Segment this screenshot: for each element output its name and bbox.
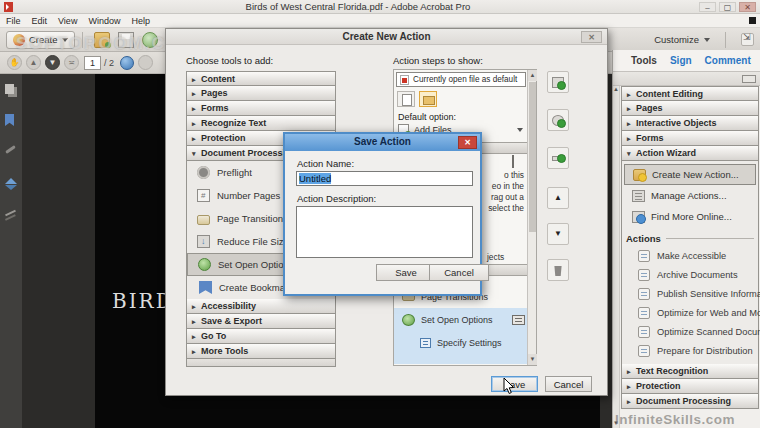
step-settings-icon[interactable] (512, 155, 514, 168)
group-recognize-text[interactable]: ▸Recognize Text (186, 116, 336, 131)
group-document-processing[interactable]: ▸Document Processing (621, 394, 759, 409)
action-optimize-web-mobile[interactable]: Optimize for Web and Mobile (622, 303, 758, 322)
action-publish-sensitive[interactable]: Publish Sensitive Information (622, 284, 758, 303)
titlebar: Birds of West Central Florida.pdf - Adob… (0, 0, 760, 14)
layers-icon[interactable] (5, 178, 17, 184)
bookmarks-icon[interactable] (5, 114, 14, 126)
set-open-options-icon (402, 314, 415, 326)
add-panel-button[interactable] (547, 71, 569, 93)
menu-file[interactable]: File (6, 16, 21, 26)
action-optimize-scanned[interactable]: Optimize Scanned Docume... (622, 322, 758, 341)
step-set-open-options[interactable]: Set Open Options (394, 310, 529, 330)
page-view-icon[interactable]: ≍ (64, 55, 79, 70)
signatures-icon[interactable] (5, 210, 16, 216)
find-more-online-item[interactable]: Find More Online... (624, 206, 756, 227)
group-accessibility[interactable]: ▸Accessibility (186, 299, 336, 314)
step-settings-icon[interactable] (512, 315, 525, 325)
pan-tool-icon[interactable]: ✋ (7, 55, 22, 70)
pane-options-icon[interactable] (742, 75, 756, 83)
save-button[interactable]: Save (376, 264, 436, 281)
tab-tools[interactable]: Tools (631, 55, 657, 66)
fullscreen-toggle-icon[interactable] (741, 33, 754, 46)
group-interactive-objects[interactable]: ▸Interactive Objects (621, 116, 759, 131)
create-bookmarks-icon (199, 281, 212, 294)
pane-scrollbar[interactable]: ▲ ▼ (613, 86, 620, 428)
menu-window[interactable]: Window (88, 16, 120, 26)
chevron-down-icon (517, 128, 523, 132)
task-pane: Tools Sign Comment ▲ ▼ ▸Content Editing … (612, 50, 760, 428)
action-icon (638, 307, 650, 319)
delete-step-button[interactable] (547, 259, 569, 281)
current-file-item[interactable]: Currently open file as default (396, 72, 526, 87)
page-thumbnails-icon[interactable] (5, 84, 14, 94)
page-number-input[interactable]: 1 (84, 56, 101, 70)
scrollbar-thumb[interactable] (529, 82, 536, 232)
zoom-tool-icon[interactable] (120, 56, 134, 70)
action-name-input[interactable]: Untitled (296, 171, 473, 186)
action-prepare-distribution[interactable]: Prepare for Distribution (622, 341, 758, 360)
step-specify-settings[interactable]: Specify Settings (394, 333, 529, 353)
cancel-button[interactable]: Cancel (429, 264, 489, 281)
add-folder-icon[interactable] (419, 91, 437, 107)
scroll-up-icon[interactable]: ▲ (528, 70, 537, 81)
add-file-icon[interactable] (397, 91, 415, 107)
dialog-save-button[interactable]: Save (491, 376, 538, 392)
dialog-close-icon[interactable]: ✕ (581, 31, 602, 43)
open-file-icon[interactable] (94, 32, 110, 48)
menu-view[interactable]: View (58, 16, 77, 26)
group-go-to[interactable]: ▸Go To (186, 329, 336, 344)
menu-help[interactable]: Help (131, 16, 150, 26)
pdf-file-icon (400, 75, 409, 85)
save-file-icon[interactable] (118, 32, 134, 48)
group-more-tools[interactable]: ▸More Tools (186, 344, 336, 359)
share-icon[interactable] (142, 32, 158, 48)
steps-scrollbar[interactable]: ▲ ▼ (527, 70, 536, 365)
customize-button[interactable]: Customize (646, 31, 718, 49)
action-icon (638, 250, 650, 262)
choose-tools-label: Choose tools to add: (186, 55, 273, 66)
action-description-label: Action Description: (297, 193, 376, 204)
group-content-editing[interactable]: ▸Content Editing (621, 86, 759, 101)
move-up-button[interactable]: ▲ (547, 187, 569, 209)
action-name-label: Action Name: (297, 158, 354, 169)
menu-edit[interactable]: Edit (32, 16, 48, 26)
group-forms[interactable]: ▸Forms (186, 101, 336, 116)
marquee-zoom-icon[interactable] (138, 55, 153, 70)
create-new-action-item[interactable]: Create New Action... (624, 164, 756, 185)
next-page-icon[interactable]: ▼ (45, 55, 60, 70)
add-divider-button[interactable] (547, 147, 569, 169)
group-action-wizard[interactable]: ▾Action Wizard (621, 146, 759, 161)
attachments-icon[interactable] (5, 145, 16, 154)
maximize-button[interactable]: ▢ (719, 2, 736, 12)
group-pages[interactable]: ▸Pages (186, 86, 336, 101)
manage-actions-item[interactable]: Manage Actions... (624, 185, 756, 206)
group-save-export[interactable]: ▸Save & Export (186, 314, 336, 329)
action-archive-documents[interactable]: Archive Documents (622, 265, 758, 284)
action-make-accessible[interactable]: Make Accessible (622, 246, 758, 265)
group-protection[interactable]: ▸Protection (621, 379, 759, 394)
action-icon (638, 345, 650, 357)
scroll-down-icon[interactable]: ▼ (528, 354, 537, 365)
group-pages[interactable]: ▸Pages (621, 101, 759, 116)
dialog-cancel-button[interactable]: Cancel (545, 376, 592, 392)
tab-comment[interactable]: Comment (705, 55, 751, 66)
action-icon (638, 269, 650, 281)
group-text-recognition[interactable]: ▸Text Recognition (621, 364, 759, 379)
minimize-button[interactable]: – (699, 2, 716, 12)
scroll-up-icon[interactable]: ▲ (613, 86, 619, 92)
move-down-button[interactable]: ▼ (547, 223, 569, 245)
action-description-input[interactable] (296, 206, 473, 258)
close-button[interactable]: ✕ (739, 2, 756, 12)
preflight-icon (197, 166, 210, 179)
manage-actions-icon (632, 190, 645, 202)
add-instruction-button[interactable] (547, 109, 569, 131)
acrobat-app-icon (4, 2, 13, 12)
tab-sign[interactable]: Sign (670, 55, 692, 66)
group-content[interactable]: ▸Content (186, 71, 336, 86)
group-forms[interactable]: ▸Forms (621, 131, 759, 146)
dialog-titlebar: Create New Action ✕ (166, 29, 607, 45)
dialog-close-icon[interactable]: ✕ (458, 136, 477, 149)
previous-page-icon[interactable]: ▲ (26, 55, 41, 70)
create-button[interactable]: Create (6, 31, 75, 49)
trash-icon (554, 266, 563, 276)
